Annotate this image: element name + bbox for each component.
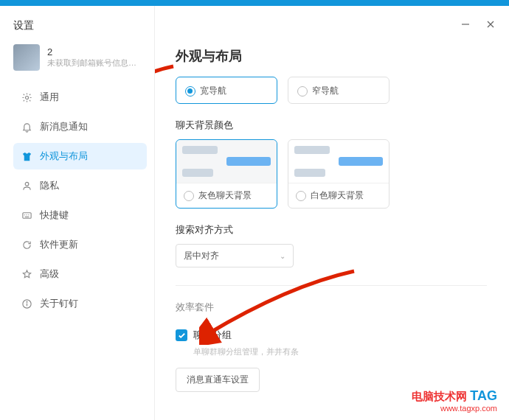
svg-point-12 [27,301,27,302]
user-subtitle: 未获取到邮箱账号信息… [47,57,136,69]
settings-window: 设置 2 未获取到邮箱账号信息… 通用 新消息通知 [0,0,509,420]
checkbox-desc: 单聊群聊分组管理，并井有条 [193,346,487,357]
keyboard-icon [21,209,32,221]
nav-item-label: 外观与布局 [40,150,88,163]
username: 2 [47,46,136,57]
person-icon [21,180,32,192]
watermark-url: www.tagxp.com [412,404,497,413]
titlebar-accent [0,0,509,6]
nav-item-general[interactable]: 通用 [13,84,147,111]
watermark: 电脑技术网 TAG www.tagxp.com [412,388,497,413]
nav-item-label: 快捷键 [40,209,69,222]
radio-icon [296,191,306,201]
nav-item-label: 高级 [40,267,59,281]
express-settings-button[interactable]: 消息直通车设置 [176,368,260,392]
nav-item-advanced[interactable]: 高级 [13,261,147,287]
chevron-down-icon: ⌄ [280,252,285,260]
nav-item-label: 隐私 [40,179,59,192]
card-label: 灰色聊天背景 [198,189,252,202]
nav-style-row: 宽导航 窄导航 [176,77,487,104]
refresh-icon [21,239,32,251]
checkbox-label: 聊天分组 [193,329,232,342]
radio-icon [297,86,308,97]
nav-item-appearance[interactable]: 外观与布局 [13,143,147,169]
chat-bg-row: 灰色聊天背景 白色聊天背景 [176,139,487,209]
nav-item-label: 软件更新 [40,238,78,251]
divider [176,285,487,286]
card-label: 宽导航 [200,85,226,97]
svg-point-3 [25,96,28,99]
user-row[interactable]: 2 未获取到邮箱账号信息… [13,44,147,71]
avatar [13,44,40,71]
svg-point-4 [25,182,29,186]
align-select[interactable]: 居中对齐 ⌄ [176,244,294,267]
nav-item-updates[interactable]: 软件更新 [13,231,147,258]
settings-title: 设置 [13,19,147,32]
nav-card-wide[interactable]: 宽导航 [176,77,277,104]
nav-item-label: 通用 [40,91,59,104]
nav: 通用 新消息通知 外观与布局 隐私 快捷键 [13,84,147,317]
nav-item-label: 新消息通知 [40,120,88,133]
content: 外观与布局 宽导航 窄导航 聊天背景颜色 [155,6,509,420]
suite-title: 效率套件 [176,301,487,314]
checkbox-checked-icon [176,329,187,341]
sidebar: 设置 2 未获取到邮箱账号信息… 通用 新消息通知 [0,6,155,420]
svg-rect-5 [22,212,30,218]
nav-item-notifications[interactable]: 新消息通知 [13,113,147,140]
gear-icon [21,91,32,103]
user-info: 2 未获取到邮箱账号信息… [47,46,136,69]
chat-bg-title: 聊天背景颜色 [176,119,487,132]
nav-item-about[interactable]: 关于钉钉 [13,290,147,317]
watermark-tag: TAG [470,388,497,403]
star-icon [21,268,32,280]
bg-card-gray[interactable]: 灰色聊天背景 [176,139,277,209]
info-icon [21,298,32,309]
chat-group-checkbox-row[interactable]: 聊天分组 [176,329,487,342]
card-label: 白色聊天背景 [311,189,364,202]
card-label: 窄导航 [312,85,339,97]
shirt-icon [21,150,32,162]
align-title: 搜索对齐方式 [176,223,487,237]
radio-icon [184,191,194,201]
nav-item-privacy[interactable]: 隐私 [13,172,147,199]
bg-card-white[interactable]: 白色聊天背景 [288,139,389,209]
radio-icon [185,86,195,97]
nav-card-narrow[interactable]: 窄导航 [288,77,389,104]
select-value: 居中对齐 [184,250,219,262]
bg-preview [288,140,389,183]
bell-icon [21,121,32,133]
button-label: 消息直通车设置 [187,374,249,385]
nav-item-shortcuts[interactable]: 快捷键 [13,202,147,228]
bg-preview [176,140,277,183]
nav-item-label: 关于钉钉 [40,297,78,310]
page-title: 外观与布局 [176,47,487,65]
watermark-text: 电脑技术网 [412,390,467,402]
